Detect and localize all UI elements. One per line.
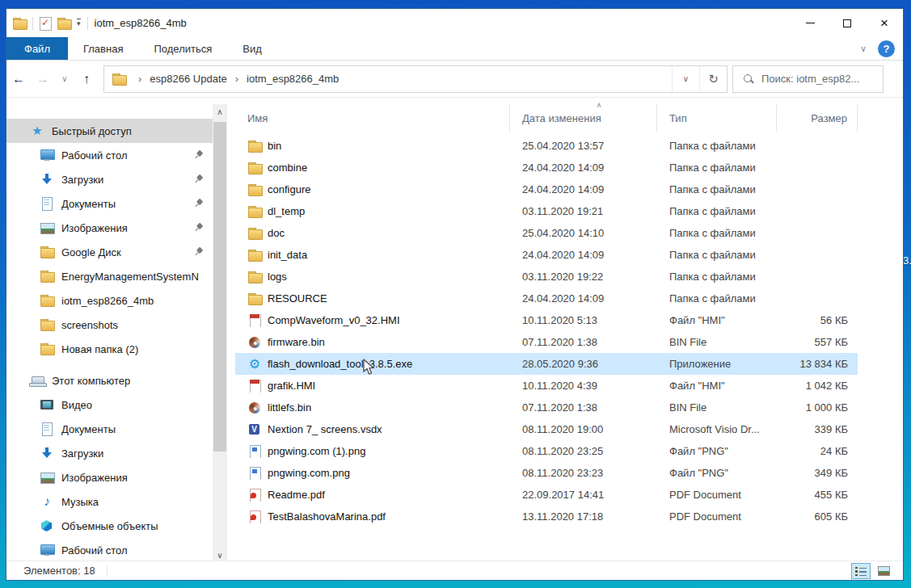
ribbon-tab-bar: Файл Главная Поделиться Вид ∨ ?	[6, 37, 903, 61]
qat-customize-dropdown-icon[interactable]: ▾	[77, 19, 81, 27]
file-row[interactable]: CompWaveform_v0_32.HMI 10.11.2020 5:13 Ф…	[235, 309, 858, 331]
sidebar-item[interactable]: EnergyManagementSystemN	[6, 264, 213, 288]
details-view-icon	[855, 566, 867, 576]
file-row[interactable]: pngwing.com (1).png 08.11.2020 23:25 Фай…	[235, 440, 858, 462]
file-row[interactable]: TestBalashovaMarina.pdf 13.11.2020 17:18…	[235, 506, 858, 527]
maximize-button[interactable]	[829, 9, 866, 37]
address-folder-icon	[112, 73, 125, 86]
desktop-icon-label-fragment: 3.	[903, 254, 911, 267]
sidebar-group-header[interactable]: ★ Быстрый доступ	[6, 119, 213, 143]
file-row[interactable]: littlefs.bin 07.11.2020 1:38 BIN File 1 …	[235, 397, 858, 418]
file-row[interactable]: pngwing.com.png 08.11.2020 23:23 Файл "P…	[235, 462, 858, 484]
scrollbar-thumb[interactable]	[213, 122, 226, 452]
file-row[interactable]: RESOURCE 24.04.2020 14:09 Папка с файлам…	[235, 288, 858, 309]
file-row[interactable]: Nextion 7_ screens.vsdx 08.11.2020 19:00…	[235, 418, 858, 440]
thumbnails-view-button[interactable]	[874, 563, 893, 579]
ribbon-expand-icon[interactable]: ∨	[860, 44, 867, 54]
sidebar-item[interactable]: Документы	[6, 191, 213, 216]
refresh-icon[interactable]: ↻	[699, 66, 727, 92]
sidebar-item[interactable]: iotm_esp8266_4mb	[6, 288, 213, 313]
recent-locations-dropdown-icon[interactable]: ∨	[55, 74, 74, 83]
tab-share[interactable]: Поделиться	[138, 37, 227, 60]
folder-icon	[248, 140, 261, 153]
minimize-icon	[806, 23, 815, 23]
file-row[interactable]: dl_temp 03.11.2020 19:21 Папка с файлами	[235, 200, 858, 222]
status-bar: Элементов: 18	[6, 561, 903, 580]
tab-home[interactable]: Главная	[68, 37, 138, 60]
breadcrumb-current[interactable]: iotm_esp8266_4mb	[245, 73, 340, 85]
music-icon: ♪	[40, 495, 53, 508]
column-header-type[interactable]: Тип	[657, 104, 777, 132]
file-row[interactable]: Readme.pdf 22.09.2017 14:41 PDF Document…	[235, 484, 858, 506]
sidebar-group-header[interactable]: Этот компьютер	[6, 368, 213, 393]
tab-view[interactable]: Вид	[227, 37, 277, 60]
maximize-icon	[843, 19, 851, 27]
separator	[87, 17, 88, 30]
sort-ascending-icon: ∧	[594, 101, 604, 109]
column-header-size[interactable]: Размер	[777, 104, 858, 132]
folder-icon	[248, 205, 261, 218]
details-view-button[interactable]	[851, 563, 871, 579]
up-button[interactable]: ↑	[74, 72, 99, 86]
file-row[interactable]: bin 25.04.2020 13:57 Папка с файлами	[235, 135, 858, 157]
file-row[interactable]: combine 24.04.2020 14:09 Папка с файлами	[235, 157, 858, 178]
title-bar[interactable]: ✓ ▾ iotm_esp8266_4mb ×	[6, 9, 903, 37]
folder-icon	[248, 183, 261, 196]
sidebar-scrollbar[interactable]: ∧ ∨	[213, 104, 227, 562]
sidebar-item[interactable]: Новая папка (2)	[6, 337, 213, 361]
pin-icon	[192, 197, 205, 211]
sidebar-item[interactable]: ♪ Музыка	[6, 489, 213, 514]
file-row[interactable]: grafik.HMI 10.11.2020 4:39 Файл "HMI" 1 …	[235, 375, 858, 397]
file-row[interactable]: firmware.bin 07.11.2020 1:38 BIN File 55…	[235, 331, 858, 353]
scroll-up-icon[interactable]: ∧	[213, 104, 227, 119]
file-row[interactable]: ⚙flash_download_tool_3.8.5.exe 28.05.202…	[235, 353, 858, 375]
sidebar-item[interactable]: screenshots	[6, 313, 213, 337]
folder-icon	[40, 342, 53, 355]
search-input[interactable]	[761, 73, 875, 85]
breadcrumb-parent[interactable]: esp8266 Update	[148, 73, 228, 85]
file-row[interactable]: configure 24.04.2020 14:09 Папка с файла…	[235, 178, 858, 200]
desktop-icon	[40, 544, 53, 556]
file-row[interactable]: init_data 24.04.2020 14:09 Папка с файла…	[235, 244, 858, 266]
sidebar-item[interactable]: Google Диск	[6, 240, 213, 264]
address-bar[interactable]: › esp8266 Update › iotm_esp8266_4mb ∨ ↻	[103, 65, 728, 93]
sidebar-item[interactable]: Рабочий стол	[6, 143, 213, 167]
exe-icon: ⚙	[248, 358, 261, 371]
cube-icon	[40, 519, 53, 532]
items-count: Элементов: 18	[6, 565, 95, 577]
back-button[interactable]: ←	[6, 72, 31, 86]
help-button[interactable]: ?	[878, 40, 895, 57]
pictures-icon	[40, 471, 53, 484]
qat-folder-icon[interactable]	[57, 17, 70, 30]
sidebar-item[interactable]: Изображения	[6, 465, 213, 489]
sidebar-item[interactable]: Видео	[6, 393, 213, 417]
window-folder-icon	[13, 17, 26, 30]
qat-check-icon[interactable]: ✓	[40, 17, 51, 30]
thumbnails-view-icon	[878, 566, 890, 576]
column-header-name[interactable]: Имя	[235, 104, 510, 132]
star-icon: ★	[31, 124, 44, 137]
sidebar-item[interactable]: Загрузки	[6, 167, 213, 191]
minimize-button[interactable]	[791, 9, 829, 37]
sidebar-item[interactable]: Документы	[6, 417, 213, 441]
file-row[interactable]: doc 25.04.2020 14:10 Папка с файлами	[235, 222, 858, 244]
folder-icon	[248, 292, 261, 305]
video-icon	[40, 398, 53, 411]
tab-file[interactable]: Файл	[6, 37, 68, 60]
content-area: ★ Быстрый доступ Рабочий стол Загрузки Д…	[6, 98, 903, 562]
desktop-background: 3. ✓ ▾ iotm_esp8266_4mb × Файл Главная	[0, 0, 911, 588]
sidebar-item[interactable]: Изображения	[6, 216, 213, 240]
file-row[interactable]: logs 03.11.2020 19:22 Папка с файлами	[235, 266, 858, 288]
navigation-pane: ★ Быстрый доступ Рабочий стол Загрузки Д…	[6, 98, 213, 562]
address-dropdown-icon[interactable]: ∨	[672, 66, 699, 92]
forward-button[interactable]: →	[31, 72, 55, 86]
sidebar-item[interactable]: Рабочий стол	[6, 538, 213, 562]
column-header-date[interactable]: Дата изменения	[510, 104, 657, 132]
downloads-icon	[40, 447, 53, 460]
folder-icon	[40, 246, 53, 258]
close-button[interactable]: ×	[866, 9, 903, 37]
folder-icon	[248, 227, 261, 240]
sidebar-item[interactable]: Загрузки	[6, 441, 213, 465]
search-box[interactable]	[732, 65, 884, 93]
sidebar-item[interactable]: Объемные объекты	[6, 514, 213, 538]
